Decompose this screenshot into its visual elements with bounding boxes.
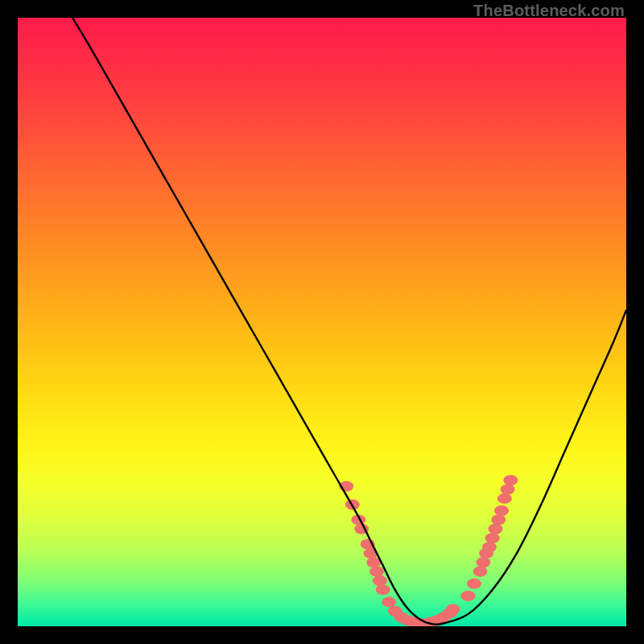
scatter-point — [382, 597, 396, 607]
scatter-point — [473, 566, 488, 576]
chart-frame: TheBottleneck.com — [0, 0, 644, 644]
plot-area — [18, 18, 626, 626]
scatter-points — [339, 475, 518, 626]
scatter-point — [369, 566, 384, 576]
scatter-point — [497, 493, 512, 504]
scatter-point — [494, 506, 509, 516]
scatter-point — [485, 533, 500, 543]
scatter-point — [476, 557, 490, 568]
watermark-text: TheBottleneck.com — [473, 2, 625, 20]
scatter-point — [373, 576, 387, 586]
scatter-point — [501, 484, 515, 494]
bottleneck-curve — [72, 18, 626, 625]
scatter-point — [503, 475, 518, 485]
chart-svg — [18, 18, 626, 626]
scatter-point — [376, 584, 390, 595]
scatter-point — [460, 591, 475, 601]
scatter-point — [482, 542, 497, 552]
scatter-point — [488, 524, 502, 535]
scatter-point — [491, 514, 506, 525]
scatter-point — [446, 604, 460, 614]
scatter-point — [467, 579, 481, 589]
